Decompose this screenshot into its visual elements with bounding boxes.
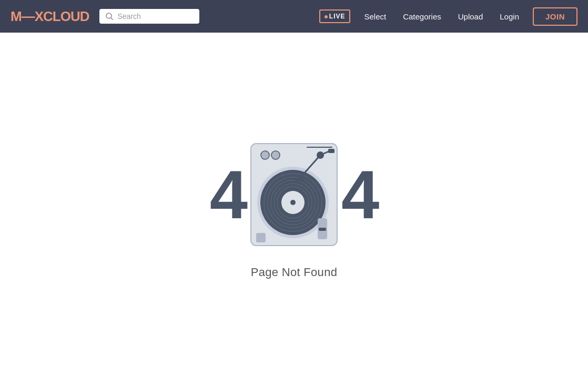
login-link[interactable]: Login — [496, 10, 522, 23]
svg-point-11 — [290, 200, 296, 205]
main-content: 4 — [0, 33, 588, 386]
select-link[interactable]: Select — [361, 10, 389, 23]
svg-point-21 — [271, 151, 280, 159]
search-input[interactable] — [117, 12, 193, 21]
categories-link[interactable]: Categories — [400, 10, 444, 23]
live-dot — [325, 15, 328, 18]
logo[interactable]: M—XCLOUD — [11, 8, 89, 25]
error-number-left: 4 — [210, 160, 247, 229]
svg-rect-19 — [256, 233, 266, 242]
search-box — [99, 9, 199, 24]
search-icon — [106, 13, 113, 20]
svg-point-20 — [261, 151, 269, 159]
svg-line-1 — [111, 18, 113, 20]
turntable-illustration — [247, 139, 341, 250]
upload-link[interactable]: Upload — [455, 10, 486, 23]
join-button[interactable]: JOIN — [533, 7, 577, 26]
live-badge[interactable]: LIVE — [319, 9, 351, 23]
page-not-found-text: Page Not Found — [251, 266, 337, 279]
navbar: M—XCLOUD LIVE Select Categories Upload L… — [0, 0, 588, 33]
error-number-right: 4 — [341, 160, 378, 229]
error-container: 4 — [210, 139, 379, 250]
svg-rect-16 — [328, 149, 334, 153]
svg-rect-18 — [319, 228, 326, 231]
